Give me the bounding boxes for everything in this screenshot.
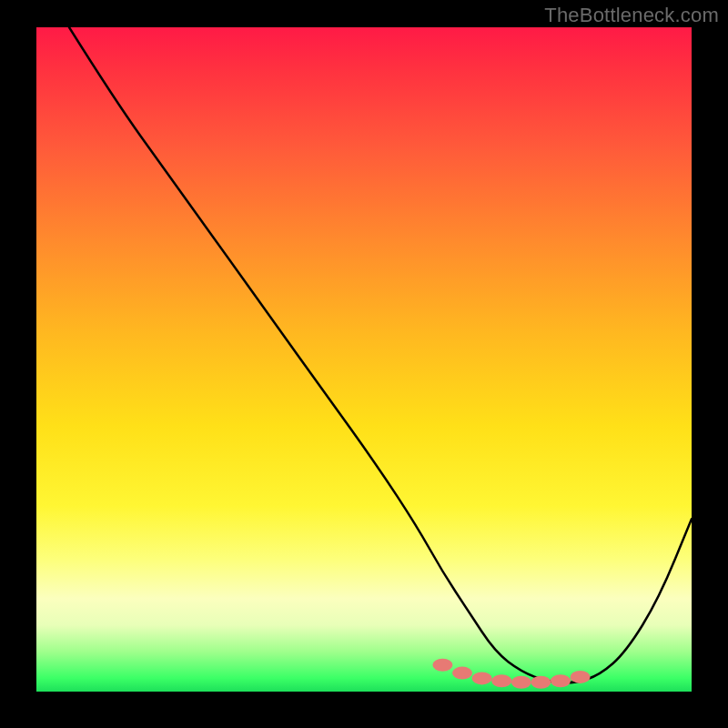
marker-dot [491, 674, 511, 687]
marker-dot [511, 676, 531, 689]
watermark-text: TheBottleneck.com [544, 4, 719, 27]
plot-area [36, 27, 692, 692]
marker-dot [551, 674, 571, 687]
chart-frame: TheBottleneck.com [0, 0, 728, 728]
marker-dot [432, 659, 452, 672]
marker-dot [531, 676, 551, 689]
curve-path [69, 27, 692, 682]
marker-dot [452, 667, 472, 680]
chart-svg [36, 27, 692, 692]
marker-dot [472, 672, 492, 684]
marker-dot [571, 671, 591, 683]
